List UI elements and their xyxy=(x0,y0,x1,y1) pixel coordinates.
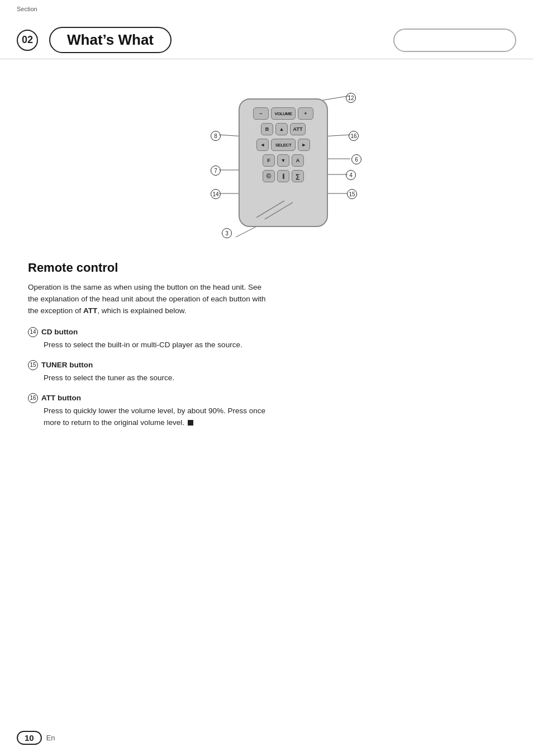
tuner-body: Press to select the tuner as the source. xyxy=(28,372,274,384)
source-row: © ‖ ∑ xyxy=(245,170,321,182)
att-button: ATT xyxy=(290,123,306,135)
label-6: 6 xyxy=(351,154,361,164)
left-button: ◄ xyxy=(256,139,269,151)
remote-body: − VOLUME + B ▲ ATT ◄ SELECT ► xyxy=(239,98,328,227)
cd-num: 14 xyxy=(28,327,38,337)
up-button: ▲ xyxy=(275,123,288,135)
svg-line-9 xyxy=(256,201,284,218)
label-12: 12 xyxy=(346,93,356,103)
item-att: 16 ATT button Press to quickly lower the… xyxy=(28,393,505,429)
right-button: ► xyxy=(298,139,310,151)
volume-button: VOLUME xyxy=(271,107,296,120)
svg-line-10 xyxy=(265,202,293,219)
label-16: 16 xyxy=(349,131,359,141)
b-button: B xyxy=(261,123,273,135)
remote-wrapper: 12 16 6 4 15 8 xyxy=(239,98,328,227)
stop-symbol xyxy=(188,420,193,426)
volume-row: − VOLUME + xyxy=(245,107,321,120)
section-label: Section xyxy=(17,6,37,12)
tuner-button: ∑ xyxy=(292,170,304,182)
f-button: F xyxy=(263,154,275,167)
tuner-num: 15 xyxy=(28,360,38,370)
page-title: What’s What xyxy=(49,27,172,53)
a-button: A xyxy=(292,154,304,167)
footer: 10 En xyxy=(17,731,55,745)
label-15: 15 xyxy=(347,189,357,199)
label-7: 7 xyxy=(211,166,221,176)
remote-control-heading: Remote control xyxy=(28,261,505,275)
header-right-area xyxy=(393,29,516,52)
section-number: 02 xyxy=(17,30,38,51)
att-body: Press to quickly lower the volume level,… xyxy=(28,405,274,429)
cd-body: Press to select the built-in or multi-CD… xyxy=(28,339,274,351)
label-4: 4 xyxy=(346,170,356,180)
select-row: ◄ SELECT ► xyxy=(245,139,321,151)
plus-button: + xyxy=(298,107,313,120)
label-8: 8 xyxy=(211,131,221,141)
select-button: SELECT xyxy=(271,139,296,151)
item-tuner: 15 TUNER button Press to select the tune… xyxy=(28,360,505,384)
minus-button: − xyxy=(253,107,269,120)
nav-upper-row: B ▲ ATT xyxy=(245,123,321,135)
slash-decoration xyxy=(251,198,307,220)
pause-button: ‖ xyxy=(277,170,289,182)
cd-button: © xyxy=(263,170,275,182)
item-cd: 14 CD button Press to select the built-i… xyxy=(28,327,505,351)
text-content: Remote control Operation is the same as … xyxy=(28,261,505,428)
att-num: 16 xyxy=(28,393,38,403)
language-label: En xyxy=(46,734,55,742)
nav-lower-row: F ▼ A xyxy=(245,154,321,167)
remote-illustration: 12 16 6 4 15 8 xyxy=(28,70,505,255)
att-heading: 16 ATT button xyxy=(28,393,505,403)
label-14: 14 xyxy=(211,189,221,199)
label-3: 3 xyxy=(222,228,232,238)
tuner-heading: 15 TUNER button xyxy=(28,360,505,370)
down-button: ▼ xyxy=(277,154,289,167)
cd-heading: 14 CD button xyxy=(28,327,505,337)
page-number: 10 xyxy=(17,731,42,745)
intro-paragraph: Operation is the same as when using the … xyxy=(28,282,274,317)
